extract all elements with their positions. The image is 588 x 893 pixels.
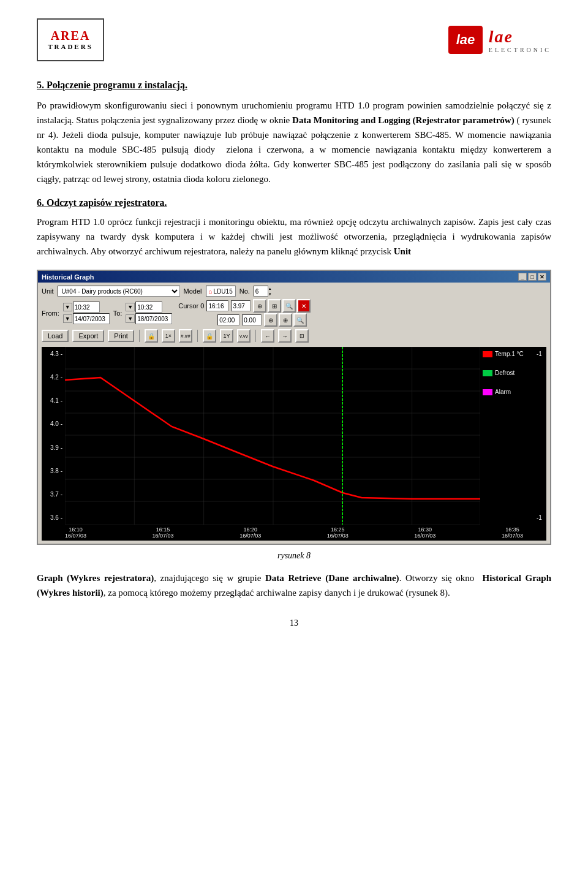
lae-electronic-text: ELECTRONIC xyxy=(489,47,551,53)
window-title: Historical Graph xyxy=(42,273,94,281)
y-axis-right: -1 -1 xyxy=(535,347,546,525)
maximize-button[interactable]: □ xyxy=(528,273,537,281)
window-body: Unit U#04 - Dairy products (RC60) Model … xyxy=(38,283,550,544)
section-6-paragraph-2: Graph (Wykres rejestratora), znajdująceg… xyxy=(37,571,551,600)
cursor-zoom-button[interactable]: 🔍 xyxy=(282,299,296,313)
no-spin-up[interactable]: ▲ xyxy=(268,286,272,291)
icon-zoom-fit-button[interactable]: ⊡ xyxy=(295,329,309,343)
action-row: Load Export Print 🔒 1× #.## 🔒 1Y v.vv ← … xyxy=(42,329,546,343)
x-label-6: 16:3516/07/03 xyxy=(502,526,523,539)
cursor-label: Cursor 0 xyxy=(178,302,204,310)
unit-row: Unit U#04 - Dairy products (RC60) Model … xyxy=(42,286,546,297)
nav-buttons: ⊕ ⊕ 🔍 xyxy=(264,313,307,327)
cursor-section: Cursor 0 ⊕ ⊞ 🔍 ✕ xyxy=(178,299,311,327)
titlebar: Historical Graph _ □ ✕ xyxy=(38,271,550,283)
model-label: Model xyxy=(184,287,202,295)
graph-container: 4.3 - 4.2 - 4.1 - 4.0 - 3.9 - 3.8 - 3.7 … xyxy=(42,345,546,541)
and-text: and xyxy=(361,115,375,125)
traders-logo-text: TRADERS xyxy=(48,43,93,51)
figure-caption: rysunek 8 xyxy=(37,551,551,561)
area-traders-logo: AREA TRADERS xyxy=(37,18,104,61)
from-datetime: ▼ ▼ xyxy=(63,302,110,324)
graph-plot: 4.3 - 4.2 - 4.1 - 4.0 - 3.9 - 3.8 - 3.7 … xyxy=(42,347,546,525)
historical-graph-window: Historical Graph _ □ ✕ Unit U#04 - Dairy… xyxy=(37,270,551,545)
legend-temp-label: Temp.1 °C xyxy=(495,351,524,357)
close-button[interactable]: ✕ xyxy=(538,273,546,281)
icon-lock2-button[interactable]: 🔒 xyxy=(203,329,216,343)
x-axis: 16:1016/07/03 16:1516/07/03 16:2016/07/0… xyxy=(42,525,546,541)
y-axis-left: 4.3 - 4.2 - 4.1 - 4.0 - 3.9 - 3.8 - 3.7 … xyxy=(42,347,65,525)
unit-label: Unit xyxy=(42,287,54,295)
cursor-val-input[interactable] xyxy=(231,300,251,311)
lae-logo-icon: lae xyxy=(447,25,484,55)
x-label-3: 16:2016/07/03 xyxy=(239,526,261,539)
cursor-marker-button[interactable]: ✕ xyxy=(297,299,311,313)
cursor-buttons: ⊕ ⊞ 🔍 ✕ xyxy=(253,299,311,313)
cursor-left-button[interactable]: ⊕ xyxy=(253,299,266,313)
legend-defrost: Defrost xyxy=(483,370,533,376)
from-label: From: xyxy=(42,310,59,317)
page-header: AREA TRADERS lae lae ELECTRONIC xyxy=(37,18,551,61)
x-label-5: 16:3016/07/03 xyxy=(414,526,435,539)
graph-legend: Temp.1 °C Defrost Alarm xyxy=(480,347,535,525)
section-6-title: 6. Odczyt zapisów rejestratora. xyxy=(37,197,551,208)
page-number: 13 xyxy=(37,618,551,628)
lae-logo: lae lae ELECTRONIC xyxy=(447,25,551,55)
val-offset-input[interactable] xyxy=(242,314,262,325)
nav-zoom-in-button[interactable]: 🔍 xyxy=(293,313,307,327)
icon-arrow-right-button[interactable]: → xyxy=(278,329,292,343)
time-offset-input[interactable] xyxy=(217,314,239,325)
section-6-paragraph-1: Program HTD 1.0 oprócz funkcji rejestrac… xyxy=(37,215,551,259)
legend-alarm-label: Alarm xyxy=(495,389,511,395)
legend-defrost-label: Defrost xyxy=(495,370,514,376)
datetime-row: From: ▼ ▼ To: ▼ xyxy=(42,299,546,327)
icon-hash-button[interactable]: #.## xyxy=(179,329,192,343)
svg-text:lae: lae xyxy=(456,32,475,47)
to-date-spinner-icon: ▼ xyxy=(126,314,135,323)
from-time-input[interactable] xyxy=(73,302,100,313)
icon-x-button[interactable]: 1× xyxy=(162,329,175,343)
separator-1 xyxy=(139,330,140,342)
to-datetime: ▼ ▼ xyxy=(126,302,172,324)
cursor-time-input[interactable] xyxy=(206,300,228,311)
legend-temp-color xyxy=(483,351,492,357)
titlebar-controls[interactable]: _ □ ✕ xyxy=(518,273,546,281)
legend-temp: Temp.1 °C xyxy=(483,351,533,357)
legend-alarm: Alarm xyxy=(483,389,533,395)
section-5-paragraph: Po prawidłowym skonfigurowaniu sieci i p… xyxy=(37,98,551,186)
from-date-input[interactable] xyxy=(73,313,110,324)
x-label-2: 16:1516/07/03 xyxy=(153,526,174,539)
section-5-title: 5. Połączenie programu z instalacją. xyxy=(37,80,551,91)
icon-hash2-button[interactable]: v.vv xyxy=(237,329,251,343)
icon-arrow-left-button[interactable]: ← xyxy=(261,329,274,343)
area-logo-text: AREA xyxy=(51,28,91,43)
legend-defrost-color xyxy=(483,370,492,376)
no-label: No. xyxy=(239,287,250,295)
chart-svg xyxy=(65,347,480,525)
from-date-spinner-icon: ▼ xyxy=(63,314,72,323)
minimize-button[interactable]: _ xyxy=(518,273,527,281)
icon-y-button[interactable]: 1Y xyxy=(220,329,233,343)
to-label: To: xyxy=(113,310,123,317)
no-input[interactable] xyxy=(254,286,268,297)
nav-left-button[interactable]: ⊕ xyxy=(264,313,277,327)
x-label-4: 16:2516/07/03 xyxy=(327,526,349,539)
icon-lock-button[interactable]: 🔒 xyxy=(145,329,158,343)
lae-brand-text: lae ELECTRONIC xyxy=(489,27,551,53)
no-spin-down[interactable]: ▼ xyxy=(268,291,272,297)
unit-select[interactable]: U#04 - Dairy products (RC60) xyxy=(58,286,180,297)
export-button[interactable]: Export xyxy=(72,330,104,342)
load-button[interactable]: Load xyxy=(42,330,69,342)
separator-3 xyxy=(255,330,256,342)
x-label-1: 16:1016/07/03 xyxy=(65,526,86,539)
from-time-spinner-icon: ▼ xyxy=(63,303,72,311)
section-6: 6. Odczyt zapisów rejestratora. Program … xyxy=(37,197,551,600)
model-value: LDU15 xyxy=(214,288,233,295)
model-value-box: ⌂ LDU15 xyxy=(206,286,236,297)
cursor-grid-button[interactable]: ⊞ xyxy=(268,299,281,313)
print-button[interactable]: Print xyxy=(108,330,134,342)
nav-right-button[interactable]: ⊕ xyxy=(279,313,292,327)
section-5: 5. Połączenie programu z instalacją. Po … xyxy=(37,80,551,186)
to-date-input[interactable] xyxy=(135,313,172,324)
to-time-input[interactable] xyxy=(135,302,162,313)
